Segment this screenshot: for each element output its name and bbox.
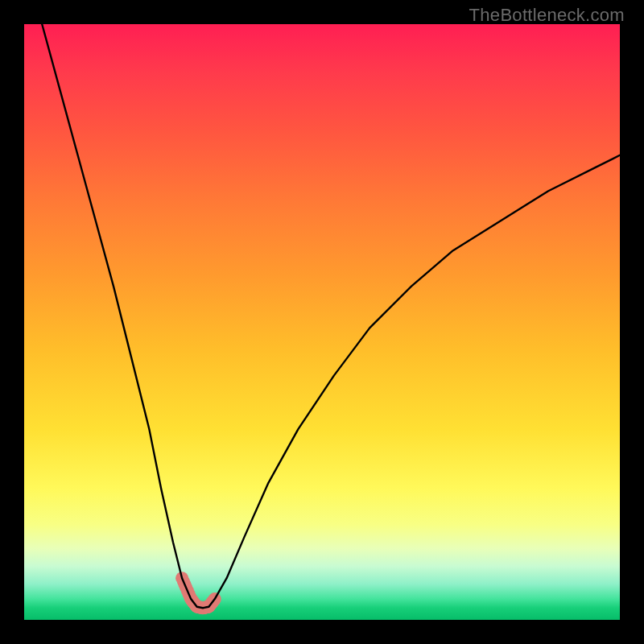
watermark-text: TheBottleneck.com — [469, 5, 625, 26]
chart-plot-area — [24, 24, 620, 620]
bottleneck-curve — [42, 24, 620, 608]
chart-svg — [24, 24, 620, 620]
chart-frame: TheBottleneck.com — [0, 0, 644, 644]
